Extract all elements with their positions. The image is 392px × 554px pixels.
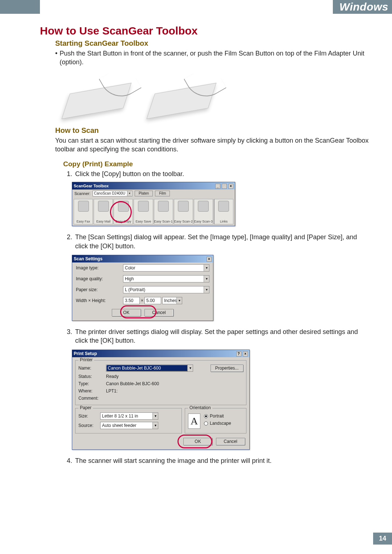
mail-icon (98, 201, 109, 212)
copy-icon (118, 201, 129, 212)
print-setup-dialog: Print Setup ? × Printer Name: Canon Bubb… (72, 350, 250, 450)
film-button[interactable]: Film (155, 191, 170, 196)
type-label: Type: (78, 381, 103, 386)
properties-button[interactable]: Properties... (211, 364, 243, 372)
easy-mail-button[interactable]: Easy Mail (94, 199, 113, 224)
close-icon[interactable]: × (228, 184, 233, 189)
printer-group-title: Printer (78, 357, 94, 362)
scanner-illustration-top (145, 72, 218, 119)
paper-size-dropdown[interactable]: L (Portrait) (123, 286, 209, 293)
size-label: Size: (78, 414, 97, 419)
scanner-dropdown[interactable]: CanoScan D2400U (93, 191, 132, 196)
easy-fax-button[interactable]: Easy Fax (74, 199, 93, 224)
where-value: LPT1: (106, 388, 243, 394)
scan-settings-dialog: Scan Settings × Image type: Color Image … (72, 255, 213, 321)
cancel-button[interactable]: Cancel (144, 309, 173, 316)
easy-scan3-button[interactable]: Easy Scan-3 (194, 199, 213, 224)
step-number: 3. (67, 327, 72, 345)
image-type-label: Image type: (76, 265, 119, 270)
fax-icon (78, 201, 89, 212)
close-icon[interactable]: × (207, 257, 212, 262)
type-value: Canon Bubble-Jet BJC-600 (106, 381, 243, 386)
btn-label: Easy Scan-2 (174, 220, 193, 223)
bullet-dot: • (55, 49, 57, 67)
source-label: Source: (78, 423, 97, 428)
width-input[interactable]: 3.50 (123, 297, 140, 304)
comment-label: Comment: (78, 396, 103, 401)
unit-dropdown[interactable]: Inches (162, 297, 182, 304)
maximize-icon[interactable]: □ (222, 184, 227, 189)
btn-label: Easy Scan-1 (154, 220, 173, 223)
status-label: Status: (78, 374, 103, 379)
easy-scan1-button[interactable]: Easy Scan-1 (154, 199, 173, 224)
ok-button[interactable]: OK (112, 309, 141, 316)
print-setup-title: Print Setup (74, 350, 97, 357)
orientation-group-title: Orientation (188, 405, 212, 410)
scan-icon (178, 201, 189, 212)
btn-label: Easy Save (135, 220, 151, 223)
easy-copy-button[interactable]: Easy Copy (114, 199, 133, 224)
step-1-text: Click the [Copy] button on the toolbar. (75, 170, 184, 178)
radio-icon (204, 421, 208, 425)
step-3-text: The printer driver settings dialog will … (75, 327, 370, 345)
image-quality-label: Image quality: (76, 276, 119, 281)
height-input[interactable]: 5.00 (144, 297, 161, 304)
step-number: 1. (67, 170, 72, 178)
scanner-label: Scanner: (74, 191, 90, 196)
links-icon (218, 201, 229, 212)
paper-group-title: Paper (78, 405, 93, 410)
btn-label: Links (220, 220, 228, 223)
help-icon[interactable]: ? (236, 351, 241, 357)
step-number: 2. (67, 233, 72, 250)
header-accent-block (0, 0, 40, 14)
section-title: How to Use ScanGear Toolbox (40, 25, 370, 37)
platen-button[interactable]: Platen (135, 191, 153, 196)
easy-scan2-button[interactable]: Easy Scan-2 (174, 199, 193, 224)
image-type-dropdown[interactable]: Color (123, 264, 209, 272)
close-icon[interactable]: × (243, 351, 248, 357)
portrait-label: Portrait (210, 414, 224, 419)
scan-settings-title: Scan Settings (74, 255, 102, 262)
os-label: Windows (333, 0, 392, 14)
minimize-icon[interactable]: _ (215, 184, 220, 189)
btn-label: Easy Copy (115, 220, 131, 223)
name-label: Name: (78, 366, 103, 371)
step-4-text: The scanner will start scanning the imag… (75, 456, 271, 465)
step-number: 4. (67, 456, 72, 465)
paper-size-dropdown[interactable]: Letter 8 1/2 x 11 in (100, 412, 158, 420)
ok-button[interactable]: OK (183, 438, 212, 445)
save-icon (138, 201, 149, 212)
status-value: Ready (106, 374, 243, 379)
scan-icon (158, 201, 169, 212)
scan-icon (198, 201, 209, 212)
orientation-preview-icon: A (188, 414, 200, 429)
step-2-text: The [Scan Settings] dialog will appear. … (75, 233, 370, 250)
page-number: 14 (373, 533, 392, 545)
where-label: Where: (78, 388, 103, 394)
image-quality-dropdown[interactable]: High (123, 275, 209, 282)
how-to-scan-text: You can start a scan without starting th… (55, 136, 370, 154)
how-to-scan-heading: How to Scan (55, 126, 370, 135)
easy-save-button[interactable]: Easy Save (134, 199, 153, 224)
btn-label: Easy Mail (96, 220, 110, 223)
copy-example-heading: Copy (Print) Example (63, 160, 370, 168)
cancel-button[interactable]: Cancel (216, 438, 245, 445)
times-symbol: × (141, 298, 143, 303)
paper-size-label: Paper size: (76, 287, 119, 292)
width-height-label: Width × Height: (76, 298, 119, 303)
toolbox-title: ScanGear Toolbox (74, 182, 109, 190)
scangear-toolbox-window: ScanGear Toolbox _ □ × Scanner: CanoScan… (72, 182, 235, 226)
printer-name-dropdown[interactable]: Canon Bubble-Jet BJC-600 (106, 364, 193, 372)
btn-label: Easy Scan-3 (194, 220, 213, 223)
landscape-label: Landscape (210, 421, 231, 426)
links-button[interactable]: Links (214, 199, 233, 224)
starting-heading: Starting ScanGear Toolbox (55, 39, 370, 48)
paper-source-dropdown[interactable]: Auto sheet feeder (100, 422, 158, 429)
scanner-illustration-front (60, 72, 133, 119)
btn-label: Easy Fax (77, 220, 90, 223)
radio-icon (204, 414, 208, 418)
starting-bullet-text: Push the Start Button in front of the sc… (60, 49, 370, 67)
